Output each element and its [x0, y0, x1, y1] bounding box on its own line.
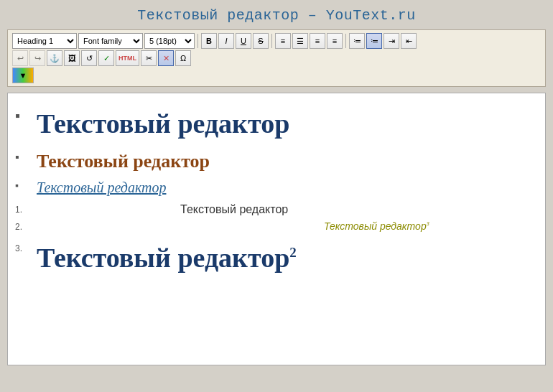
marker-6: 3.: [15, 243, 22, 253]
font-select[interactable]: Font family Arial Times New Roman: [78, 33, 143, 49]
text-6: Текстовый редактор2: [37, 242, 297, 274]
text-1: Текстовый редактор: [37, 108, 289, 139]
marker-1: ▪: [15, 108, 20, 124]
undo2-button[interactable]: ↺: [81, 50, 97, 66]
toolbar-row1: Heading 1 Heading 2 Normal Font family A…: [12, 33, 541, 49]
line-4: 1. Текстовый редактор: [37, 203, 531, 216]
outdent-button[interactable]: ⇤: [401, 33, 417, 49]
align-left-button[interactable]: ≡: [275, 33, 291, 49]
heading-select[interactable]: Heading 1 Heading 2 Normal: [12, 33, 77, 49]
line-3: ▪ Текстовый редактор: [37, 179, 531, 196]
omega-button[interactable]: Ω: [175, 50, 191, 66]
text-5: Текстовый редактор3: [37, 220, 429, 232]
separator2: [271, 34, 272, 48]
strikethrough-button[interactable]: S: [253, 33, 269, 49]
toolbar-container: Heading 1 Heading 2 Normal Font family A…: [7, 29, 546, 87]
editor-content[interactable]: ▪ Текстовый редактор ▪ Текстовый редакто…: [8, 93, 545, 359]
line-2: ▪ Текстовый редактор: [37, 151, 531, 172]
underline-button[interactable]: U: [236, 33, 251, 49]
page-title: Текстовый редактор – YouText.ru: [0, 0, 553, 29]
align-right-button[interactable]: ≡: [310, 33, 325, 49]
toolbar-row3: ▼: [12, 67, 541, 83]
text-4: Текстовый редактор: [37, 203, 288, 216]
align-justify-button[interactable]: ≡: [327, 33, 343, 49]
align-center-button[interactable]: ☰: [292, 33, 308, 49]
editor-area-wrapper[interactable]: ▪ Текстовый редактор ▪ Текстовый редакто…: [7, 93, 546, 365]
cut-button[interactable]: ✂: [141, 50, 157, 66]
line-5: 2. Текстовый редактор3: [37, 220, 531, 232]
undo-button[interactable]: ↩: [12, 50, 28, 66]
color-picker-button[interactable]: ▼: [12, 67, 34, 83]
marker-3: ▪: [15, 179, 19, 191]
toolbar-row2: ↩ ↪ ⚓ 🖼 ↺ ✓ HTML ✂ ✕ Ω: [12, 50, 541, 66]
separator1: [198, 34, 198, 48]
checkmark-button[interactable]: ✓: [98, 50, 114, 66]
separator3: [345, 34, 346, 48]
marker-5: 2.: [15, 222, 22, 232]
redo-button[interactable]: ↪: [29, 50, 45, 66]
html-button[interactable]: HTML: [116, 50, 139, 66]
indent-button[interactable]: ⇥: [384, 33, 399, 49]
line-1: ▪ Текстовый редактор: [37, 108, 531, 139]
unordered-list-button[interactable]: ≔: [349, 33, 365, 49]
marker-2: ▪: [15, 151, 19, 164]
text-2: Текстовый редактор: [37, 151, 210, 172]
anchor-button[interactable]: ⚓: [47, 50, 62, 66]
ordered-list-button[interactable]: ≔: [366, 33, 382, 49]
clear-button[interactable]: ✕: [158, 50, 174, 66]
bold-button[interactable]: B: [201, 33, 217, 49]
marker-4: 1.: [15, 205, 22, 215]
image-button[interactable]: 🖼: [64, 50, 80, 66]
size-select[interactable]: 5 (18pt) 1 (8pt) 2 (10pt): [144, 33, 195, 49]
text-3: Текстовый редактор: [37, 179, 166, 196]
italic-button[interactable]: I: [218, 33, 234, 49]
line-6: 3. Текстовый редактор2: [37, 242, 531, 274]
